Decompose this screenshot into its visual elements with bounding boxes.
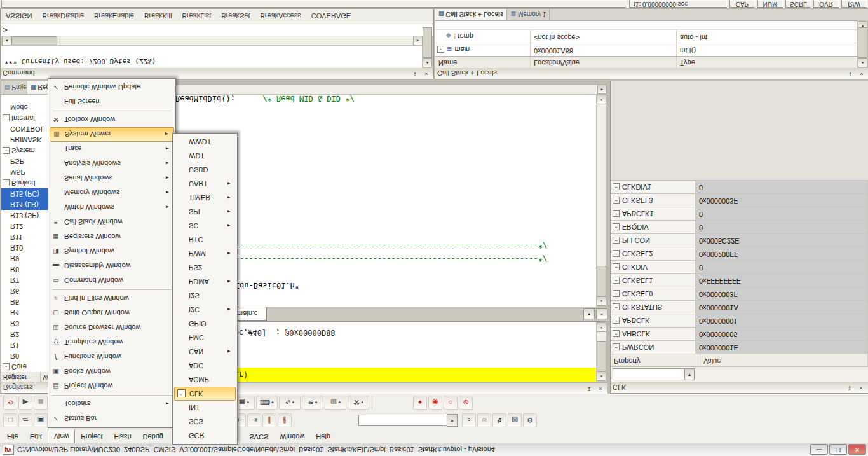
view-menu-item-symbol-window[interactable]: ◨Symbol Window [50, 244, 174, 259]
tree-expander-icon[interactable]: - [3, 363, 10, 370]
disassembly-vscroll[interactable]: ▴▾ [596, 322, 607, 382]
system-viewer-item-uart[interactable]: UART▸ [174, 177, 236, 191]
view-menu-item-command-window[interactable]: ▭Command Window [50, 273, 174, 288]
editor-hscroll-forward-icon[interactable]: ▸ [597, 85, 607, 94]
menu-svcs[interactable]: SVCS [243, 429, 274, 443]
clk-register-row-clksel0[interactable]: +CLKSEL00x0000003F [611, 287, 868, 300]
expander-icon[interactable]: + [613, 184, 620, 191]
save-button[interactable]: ▣ [34, 413, 48, 427]
call-stack-row-main[interactable]: -≣main0x00001A68int f() [435, 43, 859, 56]
pin-icon[interactable]: ↧ [410, 69, 420, 78]
serial-windows-button[interactable]: ⌨▾ [256, 396, 278, 410]
system-viewer-item-rtc[interactable]: RTC [174, 233, 236, 247]
close-icon[interactable]: × [421, 69, 431, 78]
menu-file[interactable]: File [1, 429, 24, 443]
command-hscroll-thumb[interactable] [11, 36, 57, 45]
editor-vscroll-forward-icon[interactable]: ▾ [597, 95, 606, 104]
view-menu-item-toolbars[interactable]: Toolbars▸ [50, 397, 174, 411]
document-list-icon[interactable]: ▾ [583, 308, 595, 319]
menu-flash[interactable]: Flash [109, 429, 137, 443]
editor-vscroll-thumb[interactable] [597, 266, 606, 296]
view-menu-item-project-window[interactable]: ▤Project Window [50, 379, 174, 394]
clk-register-row-pllcon[interactable]: +PLLCON0x0005C22E [611, 233, 868, 247]
panel-tab-project[interactable]: ▤Project [1, 81, 27, 94]
expander-icon[interactable]: + [613, 317, 620, 324]
view-menu-item-templates-window[interactable]: {}Templates Window [50, 335, 174, 350]
view-menu-item-registers-window[interactable]: ▦Registers Window [50, 230, 174, 244]
command-vscroll-thumb[interactable] [423, 27, 432, 58]
menu-edit[interactable]: Edit [24, 429, 48, 443]
menu-window[interactable]: Window [274, 429, 310, 443]
command-help-coverage[interactable]: COVERAGE [311, 12, 351, 20]
command-vscroll-back-icon[interactable]: ▴ [423, 58, 432, 67]
system-viewer-item-wdt[interactable]: WDT [174, 149, 236, 163]
command-help-assign[interactable]: ASSIGN [6, 12, 32, 20]
call-stack-vscroll[interactable]: ▴▾ [857, 20, 868, 68]
system-viewer-item-fmc[interactable]: FMC [174, 331, 236, 345]
reset-cpu-button[interactable]: ⟲ [3, 396, 17, 410]
command-help-breakset[interactable]: BreakSet [221, 12, 250, 20]
system-viewer-item-timer[interactable]: TIMER▸ [174, 191, 236, 205]
pin-icon[interactable]: ↧ [584, 383, 594, 393]
view-menu-item-serial-windows[interactable]: Serial Windows▸ [50, 171, 174, 186]
pin-icon[interactable]: ↧ [845, 69, 855, 78]
toolbox-window-button[interactable]: ⚒▾ [348, 396, 369, 410]
view-menu-item-watch-windows[interactable]: Watch Windows▸ [50, 200, 174, 215]
command-help-breakkill[interactable]: BreakKill [144, 12, 172, 20]
minimize-button[interactable]: — [810, 445, 828, 455]
clk-register-row-clkdiv1[interactable]: +CLKDIV10 [611, 180, 868, 193]
view-menu-item-memory-windows[interactable]: Memory Windows▸ [50, 186, 174, 200]
tree-expander-icon[interactable]: - [3, 147, 10, 154]
find-button[interactable]: ⌾ [477, 413, 491, 427]
disassembly-vscroll-forward-icon[interactable]: ▾ [597, 322, 606, 332]
incremental-find-button[interactable]: ↯ [492, 413, 506, 427]
stop-button[interactable]: ◼ [34, 396, 48, 410]
kill-all-breakpoints-button[interactable]: ⊘ [459, 396, 473, 410]
expander-icon[interactable]: - [437, 46, 444, 53]
trace-windows-button[interactable]: ≋▾ [302, 396, 323, 410]
command-input[interactable] [10, 25, 433, 35]
command-hscroll-forward-icon[interactable]: ▸ [413, 36, 423, 45]
view-menu-item-full-screen[interactable]: Full Screen [50, 95, 174, 109]
view-menu-item-find-in-files-window[interactable]: ⌕Find in Files Window [50, 291, 174, 306]
editor-vscroll-back-icon[interactable]: ▴ [597, 296, 606, 306]
command-hscroll[interactable]: ◂▸ [1, 36, 423, 46]
clk-register-row-clksel2[interactable]: +CLKSEL20x000200FF [611, 247, 868, 260]
tree-expander-icon[interactable]: - [3, 114, 10, 121]
system-viewer-item-acmp[interactable]: ACMP [174, 373, 236, 387]
run-button[interactable]: ▶ [18, 396, 32, 410]
clk-register-row-frqdiv[interactable]: +FRQDIV0 [611, 220, 868, 233]
system-viewer-item-wwdt[interactable]: WWDT [174, 135, 236, 149]
column-header-name[interactable]: Name [435, 57, 531, 68]
close-icon[interactable]: × [857, 69, 867, 78]
register-column-header[interactable]: Register [1, 371, 41, 382]
clk-register-row-apbclk1[interactable]: +APBCLK10 [611, 207, 868, 220]
view-menu-item-build-output-window[interactable]: ▢Build Output Window [50, 306, 174, 321]
system-viewer-item-sc[interactable]: SC▸ [174, 219, 236, 233]
comment-selection-button[interactable]: ∥ [262, 413, 276, 427]
system-viewer-windows-button[interactable]: ▥▾ [325, 396, 346, 410]
command-hscroll-back-icon[interactable]: ◂ [2, 36, 11, 45]
new-file-button[interactable]: □ [3, 413, 17, 427]
system-viewer-item-pwm[interactable]: PWM▸ [174, 247, 236, 261]
expander-icon[interactable]: + [613, 197, 620, 204]
clk-register-row-clkstatus[interactable]: +CLKSTATUS0x0000001A [611, 300, 868, 314]
disassembly-vscroll-thumb[interactable] [597, 341, 606, 371]
search-input[interactable] [358, 415, 447, 426]
pin-icon[interactable]: ↧ [844, 383, 855, 392]
close-icon[interactable]: × [856, 383, 866, 392]
command-help-breakaccess[interactable]: BreakAccess [261, 12, 301, 20]
system-viewer-item-can[interactable]: CAN▸ [174, 345, 236, 359]
view-menu-item-status-bar[interactable]: ✓Status Bar [50, 411, 174, 426]
command-vscroll[interactable]: ▴▾ [422, 36, 433, 68]
command-output[interactable]: *** Currently used: 7200 Bytes (22%) [1, 46, 433, 68]
system-viewer-item-usbd[interactable]: USBD [174, 163, 236, 177]
expander-icon[interactable]: + [613, 344, 620, 351]
bottom-tab-memory-1[interactable]: ▦Memory 1 [507, 8, 550, 20]
clk-register-row-apbclk[interactable]: +APBCLK0x00000001 [611, 314, 868, 327]
uncomment-selection-button[interactable]: ∦ [278, 413, 292, 427]
call-stack-vscroll-back-icon[interactable]: ▴ [858, 58, 867, 67]
insert-remove-breakpoint-button[interactable]: ● [413, 396, 427, 410]
clk-register-row-pwrcon[interactable]: +PWRCON0x0000001E [611, 340, 868, 354]
enable-disable-breakpoint-button[interactable]: ◉ [428, 396, 442, 410]
